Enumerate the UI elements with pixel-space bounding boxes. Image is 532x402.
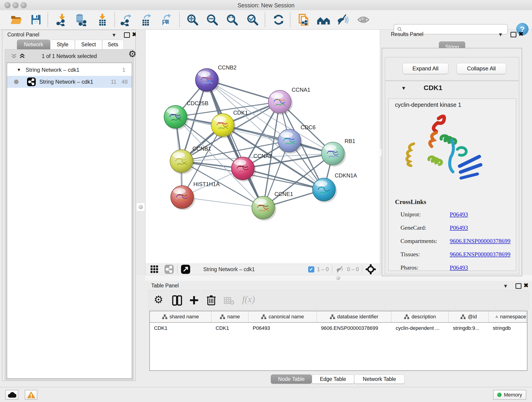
hidden-eye-icon[interactable] bbox=[336, 266, 345, 273]
tab-select[interactable]: Select bbox=[75, 40, 102, 49]
node-label-CCNE1[interactable]: CCNE1 bbox=[274, 191, 293, 197]
table-panel-title: Table Panel bbox=[151, 283, 179, 289]
node-label-CCNA2[interactable]: CCNA2 bbox=[253, 153, 272, 159]
network-row-selected[interactable]: String Network – cdk1 11 48 bbox=[7, 76, 132, 88]
hide-graphics-details-icon[interactable] bbox=[336, 12, 350, 27]
memory-button[interactable]: Memory bbox=[493, 390, 526, 400]
results-panel-menu-icon[interactable]: ▾ bbox=[499, 31, 502, 38]
node-label-CCNB2[interactable]: CCNB2 bbox=[218, 64, 236, 70]
crosslink-link[interactable]: 9606.ENSP00000378699 bbox=[450, 238, 510, 245]
table-cell[interactable]: cyclin-dependent ... bbox=[392, 323, 449, 333]
table-options-gear-icon[interactable]: ⚙ bbox=[154, 293, 163, 306]
column-header-name[interactable]: name bbox=[211, 311, 249, 322]
node-label-HIST1H1A[interactable]: HIST1H1A bbox=[193, 181, 220, 187]
table-cell[interactable]: stringdb:9... bbox=[449, 323, 489, 333]
crosslink-link[interactable]: P06493 bbox=[450, 264, 468, 271]
network-list-panel: 1 of 1 Network selected ⚙ ▼ String Netwo… bbox=[5, 49, 134, 380]
selected-checkbox-icon[interactable]: ✔ bbox=[308, 266, 314, 273]
delete-column-icon[interactable] bbox=[206, 295, 216, 306]
open-view-icon[interactable] bbox=[181, 264, 190, 274]
gene-collapse-icon[interactable]: ▼ bbox=[401, 85, 406, 91]
open-in-browser-icon[interactable] bbox=[297, 12, 311, 27]
expand-all-button[interactable]: Expand All bbox=[403, 63, 448, 74]
zoom-in-icon[interactable] bbox=[185, 12, 200, 27]
left-splitter[interactable] bbox=[136, 30, 145, 275]
tab-style[interactable]: Style bbox=[50, 40, 75, 49]
import-network-icon[interactable] bbox=[55, 12, 69, 27]
collection-expand-icon[interactable]: ▼ bbox=[17, 67, 21, 72]
horizontal-splitter-handle[interactable] bbox=[336, 276, 340, 280]
export-image-icon[interactable] bbox=[158, 12, 173, 27]
open-session-icon[interactable] bbox=[9, 12, 23, 27]
control-panel-menu-icon[interactable]: ▾ bbox=[113, 32, 115, 38]
node-label-CDKN1A[interactable]: CDKN1A bbox=[335, 172, 357, 179]
main-toolbar: ? bbox=[0, 10, 532, 30]
tab-node-table[interactable]: Node Table bbox=[271, 375, 312, 384]
export-network-icon[interactable] bbox=[119, 12, 133, 27]
float-panel-icon[interactable] bbox=[124, 32, 130, 38]
column-header-shared-name[interactable]: shared name bbox=[150, 311, 211, 322]
node-count: 11 bbox=[111, 79, 116, 85]
node-label-RB1[interactable]: RB1 bbox=[345, 138, 355, 144]
import-database-icon[interactable] bbox=[73, 12, 88, 27]
string-network-graph[interactable]: CCNB2CCNA1CDC25BCDK1CDC6RB1CCNB1CCNA2CDK… bbox=[146, 30, 380, 263]
zoom-out-icon[interactable] bbox=[205, 12, 220, 27]
fit-content-crosshair-icon[interactable] bbox=[366, 264, 376, 274]
tab-network-table[interactable]: Network Table bbox=[354, 375, 405, 384]
toolbar-separator bbox=[179, 12, 180, 27]
export-table-icon[interactable] bbox=[139, 12, 153, 27]
delete-table-icon[interactable] bbox=[224, 297, 234, 305]
node-label-CCNB1[interactable]: CCNB1 bbox=[192, 146, 211, 152]
tab-sets[interactable]: Sets bbox=[102, 40, 124, 49]
string-view-icon[interactable] bbox=[164, 264, 174, 274]
table-cell[interactable]: CDK1 bbox=[211, 323, 249, 333]
float-panel-icon[interactable] bbox=[515, 283, 521, 289]
import-table-icon[interactable] bbox=[95, 12, 109, 27]
grid-view-icon[interactable] bbox=[150, 265, 159, 274]
column-header-namespace[interactable]: namespace bbox=[489, 311, 526, 322]
function-builder-icon[interactable]: f(x) bbox=[242, 294, 255, 305]
node-label-CDK1[interactable]: CDK1 bbox=[233, 109, 248, 116]
add-column-icon[interactable] bbox=[189, 295, 199, 306]
crosslink-link[interactable]: P06493 bbox=[450, 211, 468, 218]
zoom-selected-icon[interactable] bbox=[245, 12, 260, 27]
table-cell[interactable]: P06493 bbox=[249, 323, 317, 333]
home-icon[interactable] bbox=[316, 12, 331, 27]
column-header--id[interactable]: @id bbox=[449, 311, 489, 322]
node-label-CCNA1[interactable]: CCNA1 bbox=[292, 87, 310, 93]
column-header-description[interactable]: description bbox=[392, 311, 449, 322]
hidden-count: 0 – 0 bbox=[347, 266, 359, 273]
crosslink-link[interactable]: 9606.ENSP00000378699 bbox=[450, 251, 510, 258]
table-row[interactable]: CDK1CDK1P064939606.ENSP00000378699cyclin… bbox=[150, 323, 527, 333]
table-cell[interactable]: CDK1 bbox=[150, 323, 211, 333]
network-options-gear-icon[interactable]: ⚙ bbox=[128, 49, 137, 59]
save-session-icon[interactable] bbox=[29, 12, 43, 27]
cloud-button[interactable] bbox=[5, 390, 18, 400]
refresh-icon[interactable] bbox=[271, 12, 286, 27]
table-cell[interactable]: 9606.ENSP00000378699 bbox=[317, 323, 392, 333]
column-header-database-identifier[interactable]: database identifier bbox=[317, 311, 392, 322]
table-panel-menu-icon[interactable]: ▾ bbox=[504, 282, 507, 289]
warnings-button[interactable] bbox=[25, 390, 37, 400]
birds-eye-view-icon[interactable] bbox=[356, 12, 371, 27]
crosslink-link[interactable]: P06493 bbox=[450, 224, 468, 231]
float-panel-icon[interactable] bbox=[510, 32, 516, 37]
left-splitter-handle[interactable] bbox=[136, 203, 145, 211]
crosslink-label: Compartments: bbox=[400, 238, 450, 245]
control-panel: Control Panel ▾ ✖ NetworkStyleSelectSets… bbox=[2, 30, 136, 381]
node-label-CDC25B[interactable]: CDC25B bbox=[187, 100, 209, 106]
collapse-all-button[interactable]: Collapse All bbox=[457, 63, 506, 74]
collection-label: String Network – cdk1 bbox=[26, 67, 80, 73]
column-header-canonical-name[interactable]: canonical name bbox=[249, 311, 317, 322]
close-panel-icon[interactable]: ✖ bbox=[519, 31, 524, 38]
tab-edge-table[interactable]: Edge Table bbox=[312, 375, 354, 384]
tab-network[interactable]: Network bbox=[17, 40, 50, 49]
zoom-fit-icon[interactable] bbox=[225, 12, 239, 27]
node-label-CDC6[interactable]: CDC6 bbox=[301, 124, 316, 130]
table-cell[interactable]: stringdb bbox=[489, 323, 526, 333]
network-collection-row[interactable]: ▼ String Network – cdk1 1 bbox=[7, 64, 132, 76]
close-panel-icon[interactable]: ✖ bbox=[524, 282, 529, 289]
show-columns-icon[interactable] bbox=[172, 295, 182, 306]
network-view-canvas[interactable]: CCNB2CCNA1CDC25BCDK1CDC6RB1CCNB1CCNA2CDK… bbox=[145, 30, 380, 264]
column-type-icon bbox=[220, 314, 225, 319]
